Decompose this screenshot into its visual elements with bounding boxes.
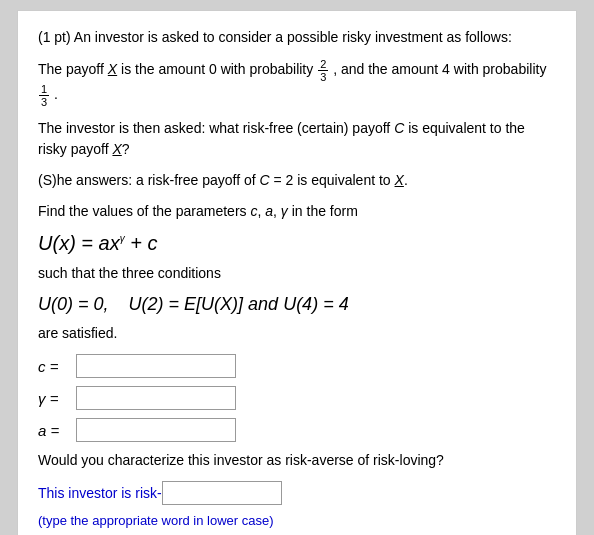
c-input-row: c =: [38, 354, 556, 378]
gamma-input[interactable]: [76, 386, 236, 410]
main-card: (1 pt) An investor is asked to consider …: [17, 10, 577, 535]
risk-question: Would you characterize this investor as …: [38, 450, 556, 471]
a-input-row: a =: [38, 418, 556, 442]
risk-prefix-text: This investor is risk-: [38, 485, 162, 501]
c-label: c =: [38, 358, 76, 375]
a-input[interactable]: [76, 418, 236, 442]
utility-equation: U(x) = axγ + c: [38, 232, 556, 255]
line5: Find the values of the parameters c, a, …: [38, 201, 556, 222]
a-label: a =: [38, 422, 76, 439]
risk-answer-row: This investor is risk-: [38, 481, 556, 505]
such-that: such that the three conditions: [38, 263, 556, 284]
hint-text: (type the appropriate word in lower case…: [38, 513, 556, 528]
line3: The investor is then asked: what risk-fr…: [38, 118, 556, 160]
gamma-input-row: γ =: [38, 386, 556, 410]
line4: (S)he answers: a risk-free payoff of C =…: [38, 170, 556, 191]
conditions: U(0) = 0, U(2) = E[U(X)] and U(4) = 4: [38, 294, 556, 315]
risk-input[interactable]: [162, 481, 282, 505]
line2: The payoff X is the amount 0 with probab…: [38, 58, 556, 108]
c-input[interactable]: [76, 354, 236, 378]
gamma-label: γ =: [38, 390, 76, 407]
are-satisfied: are satisfied.: [38, 323, 556, 344]
line1: (1 pt) An investor is asked to consider …: [38, 27, 556, 48]
